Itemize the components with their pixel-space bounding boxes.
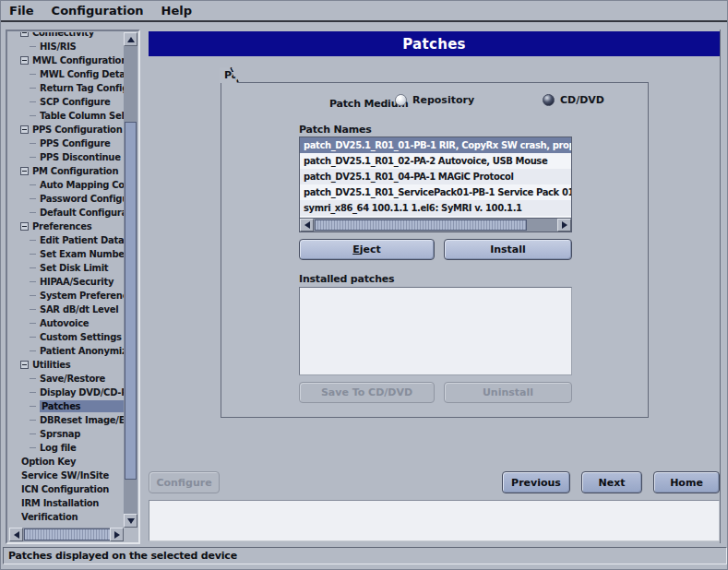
tree-connector — [30, 295, 36, 296]
list-item-label: patch_DV25.1_R01_ServicePack01-PB-1 Serv… — [304, 187, 571, 197]
scroll-right-button[interactable] — [110, 528, 124, 541]
scroll-down-button[interactable] — [124, 514, 137, 528]
list-item-label: patch_DV25.1_R01_01-PB-1 RIR, CopyRx SW … — [304, 140, 571, 150]
collapse-icon[interactable] — [20, 125, 29, 134]
radio-label: Repository — [412, 94, 474, 106]
sidebar-item[interactable]: IRM Installation — [9, 496, 124, 510]
sidebar-item[interactable]: ICN Configuration — [9, 482, 124, 496]
vertical-scroll-thumb[interactable] — [125, 122, 137, 480]
tree-connector — [30, 433, 36, 434]
next-button[interactable]: Next — [581, 471, 642, 493]
scroll-up-button[interactable] — [124, 32, 137, 46]
sidebar-item[interactable]: DBReset Image/Err — [9, 413, 124, 427]
sidebar-item[interactable]: Connectivity — [9, 32, 124, 40]
horizontal-scroll-thumb[interactable] — [24, 528, 116, 540]
sidebar-item[interactable]: PPS Configure — [9, 137, 124, 150]
sidebar-item[interactable]: MWL Config Detail — [9, 67, 124, 81]
tree-horizontal-scrollbar[interactable] — [9, 528, 124, 541]
home-button[interactable]: Home — [653, 471, 720, 493]
installed-patches-list[interactable] — [299, 287, 572, 375]
sidebar-item[interactable]: Option Key — [9, 455, 124, 469]
configure-button[interactable]: Configure — [149, 471, 220, 493]
sidebar-item[interactable]: PPS Configuration — [9, 123, 124, 137]
list-item[interactable]: patch_DV25.1_R01_04-PA-1 MAGiC Protocol — [300, 169, 571, 184]
sidebar-item[interactable]: Return Tag Configu — [9, 81, 124, 95]
sidebar-item[interactable]: Edit Patient Data — [9, 233, 124, 247]
patch-medium-radio-group: Repository CD/DVD — [395, 94, 690, 106]
tree-connector — [30, 350, 36, 351]
main-panel: Patches Read Me Patches Patch Medium Rep… — [149, 30, 721, 543]
sidebar-item-label: SCP Configure — [40, 97, 124, 107]
scroll-left-button[interactable] — [9, 528, 23, 541]
sidebar-item[interactable]: SAR dB/dt Level — [9, 303, 124, 316]
horizontal-scroll-thumb[interactable] — [315, 220, 527, 231]
install-button[interactable]: Install — [444, 239, 572, 260]
sidebar-item[interactable]: HIPAA/Security — [9, 275, 124, 289]
sidebar-item[interactable]: Sprsnap — [9, 427, 124, 441]
save-to-cddvd-button[interactable]: Save To CD/DVD — [299, 382, 435, 403]
collapse-icon[interactable] — [20, 361, 29, 369]
next-label: Next — [598, 477, 625, 489]
list-item[interactable]: symri_x86_64 100.1.1 1.el6: SyMRI v. 100… — [300, 200, 571, 216]
menu-separator — [1, 20, 728, 22]
installed-patches-label: Installed patches — [299, 273, 394, 285]
tree-vertical-scrollbar[interactable] — [124, 32, 137, 528]
radio-label: CD/DVD — [560, 94, 604, 106]
configure-label: Configure — [156, 477, 211, 489]
status-bar: Patches displayed on the selected device — [3, 547, 727, 564]
collapse-icon[interactable] — [20, 32, 29, 37]
tree-connector — [30, 184, 36, 185]
menu-item[interactable]: Configuration — [52, 4, 144, 18]
sidebar-item-label: Custom Settings — [40, 332, 124, 342]
sidebar-item-label: ICN Configuration — [21, 484, 124, 494]
sidebar-item[interactable]: Display DVD/CD-R — [9, 386, 124, 399]
sidebar-item[interactable]: Default Configurat — [9, 206, 124, 220]
list-item[interactable]: patch_DV25.1_R01_ServicePack01-PB-1 Serv… — [300, 184, 571, 200]
tree-connector — [30, 198, 36, 199]
collapse-icon[interactable] — [20, 56, 29, 65]
sidebar-item[interactable]: Table Column Sele — [9, 109, 124, 123]
sidebar-item[interactable]: Service SW/InSite — [9, 469, 124, 482]
collapse-icon[interactable] — [20, 222, 29, 231]
previous-button[interactable]: Previous — [502, 471, 570, 493]
message-area — [149, 500, 720, 541]
menu-item[interactable]: File — [9, 4, 34, 18]
sidebar-item-label: Auto Mapping Con — [40, 180, 124, 190]
eject-button[interactable]: Eject — [299, 239, 435, 260]
sidebar-item[interactable]: Preferences — [9, 220, 124, 233]
list-item[interactable]: patch_DV25.1_R01_01-PB-1 RIR, CopyRx SW … — [300, 137, 571, 153]
sidebar-item-label: Display DVD/CD-R — [40, 387, 124, 398]
sidebar-item[interactable]: Auto Mapping Con — [9, 178, 124, 192]
sidebar-item[interactable]: Patches — [9, 399, 124, 413]
scroll-left-icon — [14, 531, 19, 539]
sidebar-item[interactable]: HIS/RIS — [9, 40, 124, 53]
sidebar-item[interactable]: Utilities — [9, 358, 124, 372]
sidebar-item[interactable]: PM Configuration — [9, 164, 124, 178]
sidebar-item[interactable]: Verification — [9, 510, 124, 524]
patch-list-horizontal-scrollbar[interactable] — [300, 218, 571, 232]
sidebar-item[interactable]: Custom Settings — [9, 330, 124, 344]
scroll-left-button[interactable] — [300, 219, 314, 232]
sidebar-item[interactable]: SCP Configure — [9, 95, 124, 109]
sidebar-item-label: Autovoice — [40, 318, 124, 328]
sidebar-item[interactable]: PPS Discontinue Re — [9, 150, 124, 164]
patch-medium-radio[interactable]: Repository — [395, 94, 543, 106]
patch-medium-radio[interactable]: CD/DVD — [543, 94, 690, 106]
sidebar-item[interactable]: Set Exam Number — [9, 247, 124, 261]
menu-item[interactable]: Help — [161, 4, 192, 18]
list-item[interactable]: patch_DV25.1_R01_02-PA-2 Autovoice, USB … — [300, 153, 571, 169]
sidebar-item[interactable]: Patient Anonymiza — [9, 344, 124, 358]
scroll-right-button[interactable] — [557, 219, 571, 232]
application-window: File Configuration Help Connectivity — [0, 0, 728, 570]
sidebar-item[interactable]: MWL Configuration — [9, 53, 124, 67]
sidebar-item[interactable]: Password Configur — [9, 192, 124, 206]
sidebar-item[interactable]: Autovoice — [9, 316, 124, 330]
sidebar-item[interactable]: Set Disk Limit — [9, 261, 124, 275]
sidebar-item[interactable]: Log file — [9, 441, 124, 455]
collapse-icon[interactable] — [20, 167, 29, 175]
sidebar-item-label: Return Tag Configu — [40, 83, 124, 93]
uninstall-button[interactable]: Uninstall — [444, 382, 572, 403]
tree-connector — [30, 212, 36, 213]
sidebar-item[interactable]: Save/Restore — [9, 372, 124, 386]
sidebar-item[interactable]: System Preferences — [9, 289, 124, 303]
